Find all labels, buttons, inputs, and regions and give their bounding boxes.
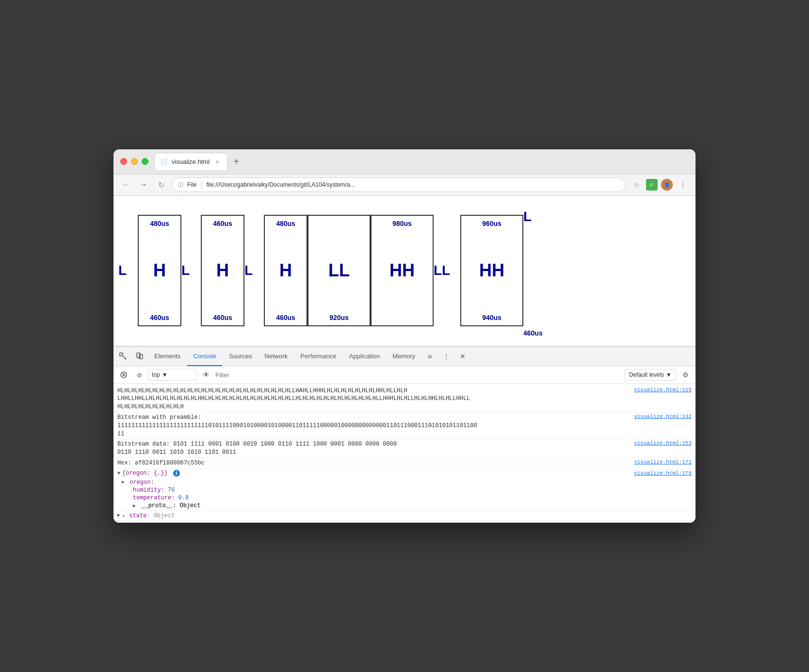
signal-letter: LL xyxy=(434,263,450,278)
object-key: {oregon: {…}} xyxy=(122,470,168,477)
collapse-oregon-arrow[interactable]: ▼ xyxy=(121,480,124,485)
block-messages-button[interactable]: ⊘ xyxy=(133,368,146,381)
tab-performance[interactable]: Performance xyxy=(294,347,342,366)
expand-arrow-partial[interactable]: ▶ xyxy=(117,512,120,518)
console-text: Hex: af82416f1800067c55bc xyxy=(117,459,630,467)
device-toolbar-icon[interactable] xyxy=(132,349,147,364)
address-input[interactable]: ⓘ File | file:///Users/gabrielvalky/Docu… xyxy=(172,177,626,192)
tab-application[interactable]: Application xyxy=(343,347,386,366)
object-tree: ▼ oregon: humidity: 76 temperature: 0.8 xyxy=(113,478,201,511)
bitstream-label: Bitstream with preamble: xyxy=(117,414,201,421)
minimize-button[interactable] xyxy=(131,158,138,165)
signal-letter: L xyxy=(181,263,190,278)
temperature-key: temperature: xyxy=(133,495,175,501)
browser-window: 📄 visualize.html × + ← → ↻ ⓘ File | file… xyxy=(113,149,696,523)
signal-top-label: 960us xyxy=(461,220,522,227)
signal-letter: H xyxy=(153,260,166,281)
menu-button[interactable]: ⋮ xyxy=(676,178,690,192)
hex-label: Hex: af82416f1800067c55bc xyxy=(117,460,205,466)
signal-bottom-label: 460us xyxy=(139,314,180,321)
signal-box-H3: 480us H 460us xyxy=(264,215,307,326)
devtools-panel: Elements Console Sources Network Perform… xyxy=(113,346,696,523)
back-button[interactable]: ← xyxy=(119,178,133,192)
level-arrow: ▼ xyxy=(666,371,672,378)
url-text: file:///Users/gabrielvalky/Documents/git… xyxy=(207,181,620,188)
eye-button[interactable]: 👁 xyxy=(200,368,212,381)
proto-arrow[interactable]: ▶ xyxy=(133,503,136,509)
level-selector[interactable]: Default levels ▼ xyxy=(625,369,676,381)
signal-box-LL: LL 920us xyxy=(307,215,371,326)
signal-segment-LL: LL xyxy=(434,201,460,341)
context-arrow: ▼ xyxy=(162,371,168,378)
bookmark-button[interactable]: ☆ xyxy=(630,178,643,192)
signal-bottom-label: 460us xyxy=(265,314,307,321)
console-text: HLHLHLHLHLHLHLHLHLHLHLHLHLHLHLHLHLHLHLHL… xyxy=(117,387,630,411)
console-source-link[interactable]: visualize.html:115 xyxy=(634,387,692,393)
signal-letter: H xyxy=(279,260,292,281)
signal-letter: HH xyxy=(389,260,415,281)
signal-box-H2: 460us H 460us xyxy=(201,215,244,326)
signal-visualization: L 480us H 460us L 460us H 460us L xyxy=(113,196,696,346)
signal-bottom-label: 460us xyxy=(202,314,243,321)
console-source-link[interactable]: visualize.html:153 xyxy=(634,440,692,446)
console-source-link[interactable]: visualize.html:171 xyxy=(634,459,692,465)
tab-sources[interactable]: Sources xyxy=(223,347,258,366)
console-source-link[interactable]: visualize.html:179 xyxy=(634,470,692,476)
devtools-tabs: Elements Console Sources Network Perform… xyxy=(113,347,696,367)
signal-bottom-label: 920us xyxy=(308,314,370,321)
more-tabs-button[interactable]: » xyxy=(422,349,437,364)
signal-box-HH1: 980us HH xyxy=(371,215,434,326)
devtools-close-icon[interactable]: ✕ xyxy=(455,349,470,364)
console-line-partial: ▶ ▸ state: Object xyxy=(113,511,696,521)
console-text: Bitstream data: 0101 1111 0001 0100 0010… xyxy=(117,440,630,457)
info-icon: i xyxy=(173,470,180,477)
address-bar: ← → ↻ ⓘ File | file:///Users/gabrielvalk… xyxy=(113,175,696,196)
tab-elements[interactable]: Elements xyxy=(148,347,186,366)
context-label: top xyxy=(152,371,160,378)
new-tab-button[interactable]: + xyxy=(229,155,243,168)
humidity-value: 76 xyxy=(168,487,175,494)
signal-top-label: 480us xyxy=(265,220,307,227)
tab-bar: 📄 visualize.html × + xyxy=(154,153,689,170)
maximize-button[interactable] xyxy=(142,158,148,165)
console-line: Bitstream with preamble: 111111111111111… xyxy=(113,413,696,439)
reload-button[interactable]: ↻ xyxy=(154,178,168,192)
console-output: HLHLHLHLHLHLHLHLHLHLHLHLHLHLHLHLHLHLHLHL… xyxy=(113,384,696,523)
page-content: L 480us H 460us L 460us H 460us L xyxy=(113,196,696,346)
forward-button[interactable]: → xyxy=(137,178,150,192)
humidity-key: humidity: xyxy=(133,487,164,494)
signal-bottom-end: 460us xyxy=(523,329,543,337)
signal-segment-L3: L xyxy=(244,201,264,341)
console-settings-button[interactable]: ⚙ xyxy=(679,368,692,381)
console-text: Bitstream with preamble: 111111111111111… xyxy=(117,414,630,438)
signal-box-H1: 480us H 460us xyxy=(138,215,181,326)
close-button[interactable] xyxy=(120,158,127,165)
signal-letter: L xyxy=(244,263,253,278)
context-selector[interactable]: top ▼ xyxy=(148,369,197,381)
collapse-arrow[interactable]: ▼ xyxy=(117,471,120,476)
tab-network[interactable]: Network xyxy=(259,347,294,366)
object-label: {oregon: {…}} i xyxy=(122,470,180,477)
signal-letter: H xyxy=(216,260,229,281)
clear-console-button[interactable] xyxy=(117,368,130,381)
browser-tab[interactable]: 📄 visualize.html × xyxy=(154,153,227,170)
temperature-value: 0.8 xyxy=(178,495,189,501)
tab-title: visualize.html xyxy=(172,158,210,165)
inspect-element-icon[interactable] xyxy=(115,349,131,364)
filter-input[interactable] xyxy=(215,371,622,379)
console-source-link[interactable]: visualize.html:132 xyxy=(634,414,692,419)
console-toolbar: ⊘ top ▼ 👁 Default levels ▼ ⚙ xyxy=(113,367,696,384)
signal-top-label: 480us xyxy=(139,220,180,227)
proto-label: __proto__: Object xyxy=(141,502,200,509)
devtools-settings-icon[interactable]: ⋮ xyxy=(438,349,454,364)
console-line: Hex: af82416f1800067c55bc visualize.html… xyxy=(113,458,696,469)
signal-segment-L-end: L 460us xyxy=(523,201,550,341)
traffic-lights xyxy=(120,158,148,165)
file-label: File xyxy=(187,181,196,188)
tab-console[interactable]: Console xyxy=(187,347,222,366)
tab-memory[interactable]: Memory xyxy=(387,347,421,366)
tab-close-button[interactable]: × xyxy=(213,158,221,166)
signal-top-label: 980us xyxy=(372,220,433,227)
signal-letter: L xyxy=(118,263,127,278)
signal-top-label: 460us xyxy=(202,220,243,227)
